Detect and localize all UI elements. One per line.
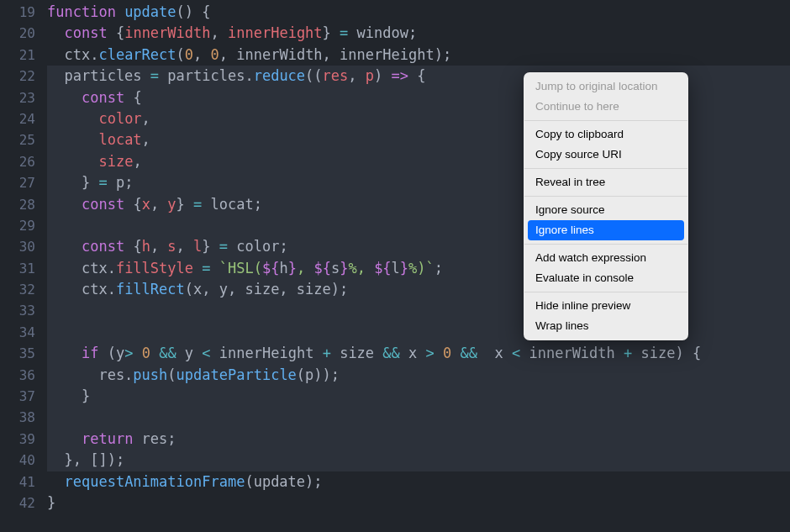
code-token: =	[150, 67, 159, 84]
code-token: &&	[461, 345, 487, 361]
menu-separator	[524, 292, 687, 292]
line-number: 24	[0, 108, 35, 129]
line-number: 22	[0, 66, 35, 87]
code-token: =	[219, 238, 228, 255]
code-token: +	[323, 345, 331, 361]
line-number: 31	[0, 258, 35, 279]
code-token: return	[82, 430, 142, 447]
menu-item[interactable]: Hide inline preview	[524, 296, 688, 316]
code-token: reduce	[254, 67, 305, 84]
code-token: =	[98, 174, 107, 191]
menu-item[interactable]: Reveal in tree	[524, 172, 688, 192]
code-token: clearRect	[98, 46, 176, 63]
code-token: y	[176, 345, 203, 361]
code-token: }	[176, 196, 193, 213]
code-token: }	[323, 24, 340, 41]
code-token: =	[202, 260, 210, 277]
line-number: 41	[0, 471, 35, 492]
code-token: %)`	[408, 260, 434, 277]
code-token	[211, 260, 219, 277]
code-token: innerHeight	[211, 345, 323, 361]
code-line[interactable]: ctx.clearRect(0, 0, innerWidth, innerHei…	[47, 45, 790, 66]
menu-item[interactable]: Ignore lines	[528, 220, 684, 240]
code-token	[47, 89, 82, 106]
code-token: {	[408, 67, 425, 84]
code-line[interactable]: return res;	[47, 429, 790, 450]
code-token: res	[323, 67, 349, 84]
code-editor[interactable]: 1920212223242526272829303132333435363738…	[0, 0, 790, 532]
code-token: window;	[348, 24, 417, 41]
code-token: () {	[176, 3, 211, 20]
code-token: ,	[142, 110, 150, 127]
code-token: particles.	[159, 67, 254, 84]
code-token: }	[202, 238, 219, 255]
code-token	[150, 345, 159, 361]
code-token: (	[167, 366, 176, 383]
code-token: ,	[176, 238, 193, 255]
code-token: ,	[193, 46, 210, 63]
code-token: particles	[47, 67, 150, 84]
code-token	[47, 110, 98, 127]
code-token: ,	[297, 260, 313, 277]
code-token: if	[82, 345, 108, 361]
code-token: =	[340, 24, 348, 41]
code-token: , innerWidth, innerHeight);	[219, 46, 451, 63]
menu-separator	[524, 196, 687, 197]
menu-item[interactable]: Copy source URI	[524, 145, 688, 165]
code-token: l	[392, 260, 400, 277]
code-token: ${	[262, 260, 279, 277]
code-line[interactable]: const {innerWidth, innerHeight} = window…	[47, 23, 790, 44]
code-line[interactable]: }	[47, 492, 790, 514]
line-number: 29	[0, 215, 35, 236]
code-token: 0	[211, 46, 219, 63]
code-line[interactable]: }, []);	[47, 450, 790, 471]
menu-item[interactable]: Add watch expression	[524, 248, 688, 268]
code-token: locat	[98, 131, 141, 148]
code-token: const	[82, 196, 133, 213]
code-token	[193, 260, 202, 277]
menu-item[interactable]: Ignore source	[524, 200, 688, 220]
code-token: ${	[374, 260, 391, 277]
code-token	[47, 131, 98, 148]
line-number-gutter: 1920212223242526272829303132333435363738…	[0, 0, 47, 532]
code-area[interactable]: function update() { const {innerWidth, i…	[47, 0, 790, 532]
code-token: res;	[142, 430, 176, 447]
code-token: ,	[150, 238, 167, 255]
code-line[interactable]: if (y> 0 && y < innerHeight + size && x …	[47, 343, 790, 364]
code-token	[47, 345, 82, 361]
code-token: (update);	[245, 473, 322, 490]
code-token: (y	[108, 345, 124, 361]
line-number: 28	[0, 194, 35, 215]
menu-item[interactable]: Copy to clipboard	[524, 124, 688, 145]
code-token: }	[47, 174, 98, 191]
code-line[interactable]	[47, 407, 790, 428]
context-menu[interactable]: Jump to original locationContinue to her…	[524, 72, 688, 340]
line-number: 23	[0, 87, 35, 108]
code-token: ,	[348, 67, 365, 84]
code-token: ,	[133, 153, 141, 170]
code-token: ctx.	[47, 260, 116, 277]
code-token: {	[133, 89, 141, 106]
code-token: }	[47, 387, 90, 404]
code-token: ,	[142, 131, 150, 148]
menu-item[interactable]: Wrap lines	[524, 316, 688, 336]
menu-item[interactable]: Evaluate in console	[524, 268, 688, 288]
code-line[interactable]: function update() {	[47, 2, 790, 23]
line-number: 30	[0, 236, 35, 257]
code-token: <	[202, 345, 210, 361]
code-token: l	[193, 238, 202, 255]
code-line[interactable]: }	[47, 386, 790, 407]
code-token: x	[486, 345, 512, 361]
code-token	[47, 238, 82, 255]
code-token: {	[116, 24, 124, 41]
code-token: `HSL(	[219, 260, 262, 277]
code-token: 0	[142, 345, 150, 361]
code-token: const	[82, 238, 133, 255]
code-token: ctx.	[47, 46, 98, 63]
code-token: {	[133, 238, 141, 255]
line-number: 27	[0, 172, 35, 193]
code-token: push	[133, 366, 167, 383]
code-line[interactable]: res.push(updateParticle(p));	[47, 365, 790, 386]
code-token: size	[331, 345, 382, 361]
code-line[interactable]: requestAnimationFrame(update);	[47, 471, 790, 492]
